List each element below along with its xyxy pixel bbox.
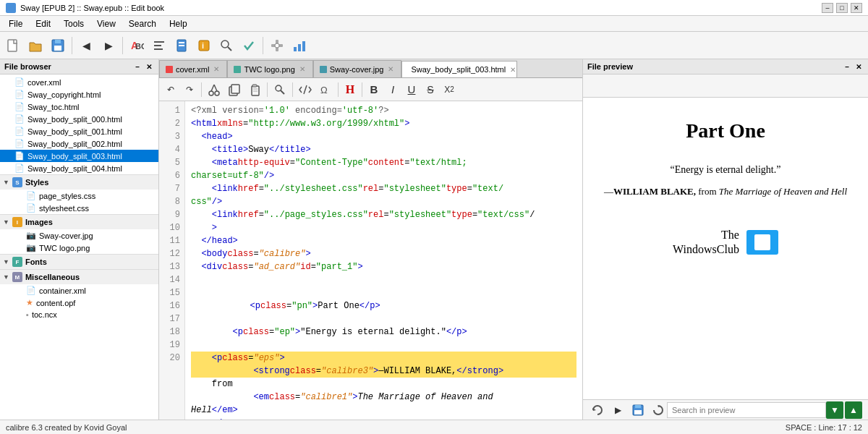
file-sway-body-001[interactable]: 📄 Sway_body_split_001.html (0, 125, 158, 137)
redo-button[interactable]: ↷ (181, 81, 198, 98)
status-bar: calibre 6.3 created by Kovid Goyal SPACE… (0, 420, 868, 434)
search-down-button[interactable]: ▼ (826, 401, 843, 419)
menu-view[interactable]: View (91, 17, 122, 30)
window-controls[interactable]: – □ ✕ (822, 3, 862, 13)
svg-rect-10 (179, 42, 184, 43)
section-fonts[interactable]: ▼ F Fonts (0, 254, 158, 269)
file-label: Sway-cover.jpg (39, 231, 93, 240)
copy-button[interactable] (225, 81, 244, 98)
file-sway-body-000[interactable]: 📄 Sway_body_split_000.html (0, 113, 158, 125)
preview-reload-button[interactable] (650, 401, 667, 419)
tab-close-twc[interactable]: ✕ (298, 65, 307, 73)
heading-button[interactable]: H (341, 81, 359, 98)
line-num-4: 4 (159, 143, 184, 156)
search-up-button[interactable]: ▲ (845, 401, 862, 419)
tab-label: Sway_body_split_003.html (411, 65, 506, 74)
spellcheck-button[interactable]: ABC (127, 35, 147, 56)
code-editor[interactable]: 1 2 3 4 5 6 7 8 9 10 11 12 13 14 15 16 1… (159, 101, 582, 420)
file-browser-header: File browser – ✕ (0, 59, 158, 75)
ncx-icon: ▪ (26, 310, 29, 319)
logo-line2: WindowsClub (673, 243, 739, 255)
search-button[interactable] (216, 35, 237, 56)
file-preview-header: File preview – ✕ (583, 59, 868, 75)
paste-button[interactable] (245, 81, 264, 98)
code-line-2: <html xmlns="http://www.w3.org/1999/xhtm… (191, 117, 576, 130)
file-browser-close[interactable]: ✕ (144, 61, 154, 72)
char-insert-button[interactable]: Ω (316, 81, 335, 98)
tab-twc-logo[interactable]: TWC logo.png ✕ (227, 60, 312, 77)
tab-sway-cover[interactable]: Sway-cover.jpg ✕ (313, 60, 402, 77)
code-line-11: <div class="ad_card" id="part_1"> (191, 260, 576, 273)
file-toc-ncx[interactable]: ▪ toc.ncx (0, 309, 158, 320)
save-button[interactable] (48, 35, 68, 56)
preview-refresh-button[interactable] (589, 401, 606, 419)
find-replace-button[interactable] (271, 81, 289, 98)
tab-close-sway-cover[interactable]: ✕ (386, 65, 395, 73)
file-twc-logo[interactable]: 📷 TWC logo.png (0, 242, 158, 254)
file-preview-close[interactable]: ✕ (854, 61, 864, 72)
misc-arrow: ▼ (3, 273, 9, 281)
cover-button[interactable] (171, 35, 192, 56)
file-stylesheet[interactable]: 📄 stylesheet.css (0, 202, 158, 214)
file-sway-body-004[interactable]: 📄 Sway_body_split_004.html (0, 162, 158, 174)
maximize-button[interactable]: □ (836, 3, 848, 13)
code-content-area[interactable]: <?xml version='1.0' encoding='utf-8'?> <… (185, 101, 582, 420)
menu-edit[interactable]: Edit (30, 17, 56, 30)
close-button[interactable]: ✕ (851, 3, 862, 13)
code-line-14: <p class="pn">Part One</p> (191, 299, 576, 312)
file-sway-body-002[interactable]: 📄 Sway_body_split_002.html (0, 137, 158, 150)
svg-rect-8 (154, 48, 163, 50)
menu-file[interactable]: File (3, 17, 28, 30)
tab-close-body-003[interactable]: ✕ (509, 66, 517, 74)
menu-help[interactable]: Help (163, 17, 193, 30)
preview-search-input[interactable] (667, 402, 826, 418)
app-icon (6, 3, 16, 13)
html-icon: 📄 (14, 114, 25, 124)
section-styles[interactable]: ▼ S Styles (0, 174, 158, 190)
forward-button[interactable]: ▶ (98, 35, 119, 56)
strikethrough-button[interactable]: S (422, 81, 439, 98)
file-sway-cover-jpg[interactable]: 📷 Sway-cover.jpg (0, 229, 158, 242)
preview-play-button[interactable]: ▶ (609, 401, 626, 419)
file-cover-xml[interactable]: 📄 cover.xml (0, 76, 158, 88)
line-num-18: 18 (159, 326, 184, 339)
section-images[interactable]: ▼ I Images (0, 214, 158, 229)
subscript-button[interactable]: X2 (441, 81, 458, 98)
file-page-styles[interactable]: 📄 page_styles.css (0, 190, 158, 202)
metadata-button[interactable]: i (194, 35, 214, 56)
underline-button[interactable]: U (403, 81, 420, 98)
file-sway-toc[interactable]: 📄 Sway_toc.html (0, 101, 158, 113)
file-preview-minimize[interactable]: – (842, 61, 852, 72)
svg-rect-29 (252, 85, 257, 87)
tab-close-cover[interactable]: ✕ (212, 65, 221, 73)
file-container-xml[interactable]: 📄 container.xml (0, 284, 158, 297)
etb-sep-3 (292, 82, 293, 97)
preview-save-button[interactable] (629, 401, 647, 419)
back-button[interactable]: ◀ (76, 35, 96, 56)
file-browser-minimize[interactable]: – (132, 61, 142, 72)
toc-button[interactable] (149, 35, 169, 56)
tag-button[interactable] (296, 81, 315, 98)
stats-button[interactable] (289, 35, 310, 56)
italic-button[interactable]: I (384, 81, 401, 98)
undo-button[interactable]: ↶ (162, 81, 179, 98)
open-button[interactable] (25, 35, 46, 56)
file-label: stylesheet.css (39, 204, 89, 213)
preferences-button[interactable] (267, 35, 287, 56)
section-misc[interactable]: ▼ M Miscellaneous (0, 269, 158, 284)
tab-sway-body-003[interactable]: Sway_body_split_003.html ✕ (401, 61, 517, 78)
menu-search[interactable]: Search (123, 17, 162, 30)
tab-cover-xml[interactable]: cover.xml ✕ (159, 60, 227, 77)
file-sway-copyright[interactable]: 📄 Sway_copyright.html (0, 88, 158, 101)
new-button[interactable] (3, 35, 23, 56)
logo-box (746, 230, 778, 255)
code-line-3: <head> (191, 130, 576, 143)
file-content-opf[interactable]: ★ content.opf (0, 297, 158, 309)
bold-button[interactable]: B (365, 81, 383, 98)
line-num-20: 20 (159, 352, 184, 365)
check-button[interactable] (239, 35, 259, 56)
cut-button[interactable] (205, 81, 224, 98)
menu-tools[interactable]: Tools (58, 17, 90, 30)
file-sway-body-003[interactable]: 📄 Sway_body_split_003.html (0, 150, 158, 162)
minimize-button[interactable]: – (822, 3, 833, 13)
